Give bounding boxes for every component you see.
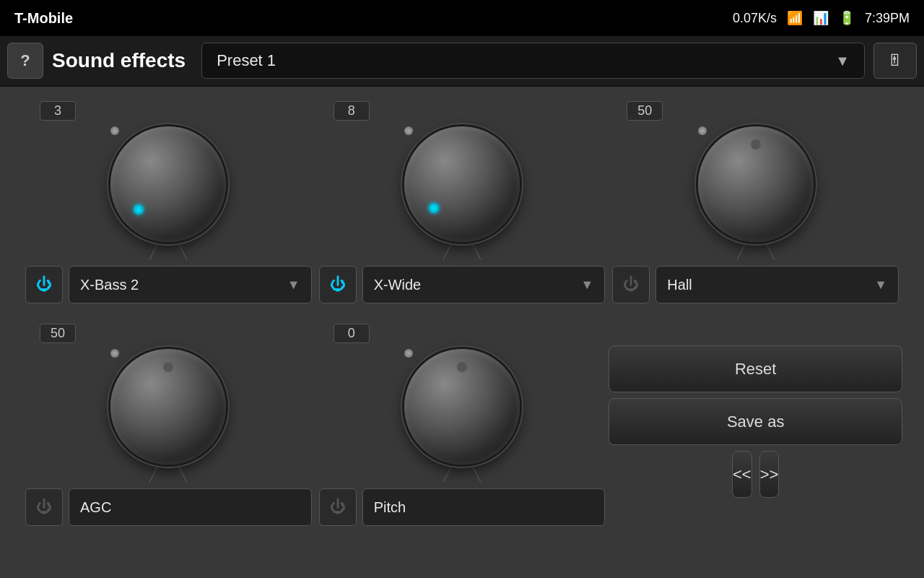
hall-dropdown[interactable]: Hall ▼	[655, 266, 899, 303]
header-bar: ? Sound effects Preset 1 ▼ 🎚	[0, 36, 924, 87]
xwide-dropdown[interactable]: X-Wide ▼	[362, 266, 606, 303]
time-label: 7:39PM	[865, 11, 910, 26]
xbass2-label: X-Bass 2	[80, 277, 139, 293]
preset-dropdown[interactable]: Preset 1 ▼	[201, 43, 865, 79]
next-button[interactable]: >>	[759, 451, 780, 498]
signal-icon: 📊	[813, 10, 829, 26]
chevron-down-icon: ▼	[874, 277, 887, 293]
power-icon: ⏻	[36, 275, 52, 294]
agc-dropdown[interactable]: AGC	[69, 488, 312, 526]
xwide-label: X-Wide	[374, 277, 422, 293]
power-icon: ⏻	[330, 275, 346, 294]
xbass2-knob[interactable]	[110, 126, 226, 242]
carrier-label: T-Mobile	[14, 10, 73, 27]
pitch-knob[interactable]	[404, 349, 520, 465]
next-label: >>	[760, 465, 779, 484]
xwide-indicator	[429, 203, 439, 213]
chevron-down-icon: ▼	[287, 277, 300, 293]
agc-value: 50	[40, 324, 76, 343]
pitch-knob-dial[interactable]	[404, 349, 520, 465]
xbass2-value: 3	[40, 101, 76, 121]
xbass2-section: 3 ╱ ╲ ⏻ X-Bass 2 ▼	[22, 101, 315, 303]
xbass2-indicator	[134, 204, 144, 215]
reset-button[interactable]: Reset	[609, 345, 902, 392]
reset-label: Reset	[735, 360, 776, 379]
save-as-label: Save as	[727, 413, 785, 431]
xwide-knob-dial[interactable]	[404, 126, 520, 242]
help-button[interactable]: ?	[7, 43, 43, 79]
agc-indicator	[163, 362, 173, 372]
agc-label: AGC	[80, 499, 111, 516]
equalizer-icon: 🎚	[887, 51, 903, 70]
status-bar: T-Mobile 0.07K/s 📶 📊 🔋 7:39PM	[0, 0, 924, 36]
pitch-power-button[interactable]: ⏻	[319, 488, 357, 526]
xwide-knob[interactable]	[404, 126, 520, 242]
hall-label: Hall	[667, 277, 692, 293]
hall-section: 50 ╱ ╲ ⏻ Hall ▼	[609, 101, 902, 303]
chevron-down-icon: ▼	[581, 277, 594, 293]
pitch-deco: ╱ ╲	[443, 467, 481, 483]
xbass2-dropdown[interactable]: X-Bass 2 ▼	[69, 266, 312, 303]
hall-knob-dial[interactable]	[698, 126, 814, 242]
power-icon: ⏻	[623, 275, 639, 294]
pitch-dropdown[interactable]: Pitch	[362, 488, 606, 526]
chevron-down-icon: ▼	[835, 53, 850, 69]
pitch-value: 0	[334, 324, 370, 343]
xbass2-knob-dial[interactable]	[110, 126, 226, 242]
nav-row: << >>	[732, 451, 779, 498]
xwide-power-button[interactable]: ⏻	[319, 266, 357, 303]
xwide-value: 8	[334, 101, 370, 121]
agc-power-button[interactable]: ⏻	[25, 488, 63, 526]
knobs-bottom-row: 50 ╱ ╲ ⏻ AGC 0	[22, 324, 902, 526]
pitch-section: 0 ╱ ╲ ⏻ Pitch	[315, 324, 609, 526]
power-icon: ⏻	[330, 498, 346, 517]
hall-power-button[interactable]: ⏻	[612, 266, 650, 303]
xbass2-power-button[interactable]: ⏻	[25, 266, 63, 303]
speed-label: 0.07K/s	[733, 11, 777, 26]
hall-indicator	[751, 139, 761, 150]
wifi-icon: 📶	[787, 10, 803, 26]
hall-value: 50	[627, 101, 663, 121]
prev-label: <<	[733, 465, 751, 484]
knobs-top-row: 3 ╱ ╲ ⏻ X-Bass 2 ▼	[22, 101, 902, 303]
agc-knob-dial[interactable]	[110, 349, 226, 465]
pitch-label: Pitch	[374, 499, 406, 516]
main-content: 3 ╱ ╲ ⏻ X-Bass 2 ▼	[0, 87, 924, 578]
right-panel: Reset Save as << >>	[609, 324, 902, 498]
power-icon: ⏻	[36, 498, 52, 517]
xwide-control-row: ⏻ X-Wide ▼	[315, 266, 609, 303]
xbass2-control-row: ⏻ X-Bass 2 ▼	[22, 266, 315, 303]
xwide-deco: ╱ ╲	[443, 244, 481, 260]
preset-label: Preset 1	[217, 51, 276, 70]
pitch-indicator	[457, 362, 467, 372]
save-as-button[interactable]: Save as	[609, 398, 902, 445]
agc-deco: ╱ ╲	[149, 467, 187, 483]
page-title: Sound effects	[52, 49, 186, 72]
battery-icon: 🔋	[839, 10, 855, 26]
eq-button[interactable]: 🎚	[873, 43, 917, 79]
agc-control-row: ⏻ AGC	[22, 488, 315, 526]
agc-knob[interactable]	[110, 349, 226, 465]
hall-knob[interactable]	[698, 126, 814, 242]
xbass2-deco: ╱ ╲	[149, 244, 187, 260]
prev-button[interactable]: <<	[732, 451, 752, 498]
hall-control-row: ⏻ Hall ▼	[609, 266, 902, 303]
status-right: 0.07K/s 📶 📊 🔋 7:39PM	[733, 10, 910, 26]
agc-section: 50 ╱ ╲ ⏻ AGC	[22, 324, 315, 526]
xwide-section: 8 ╱ ╲ ⏻ X-Wide ▼	[315, 101, 609, 303]
pitch-control-row: ⏻ Pitch	[315, 488, 609, 526]
hall-deco: ╱ ╲	[737, 244, 775, 260]
